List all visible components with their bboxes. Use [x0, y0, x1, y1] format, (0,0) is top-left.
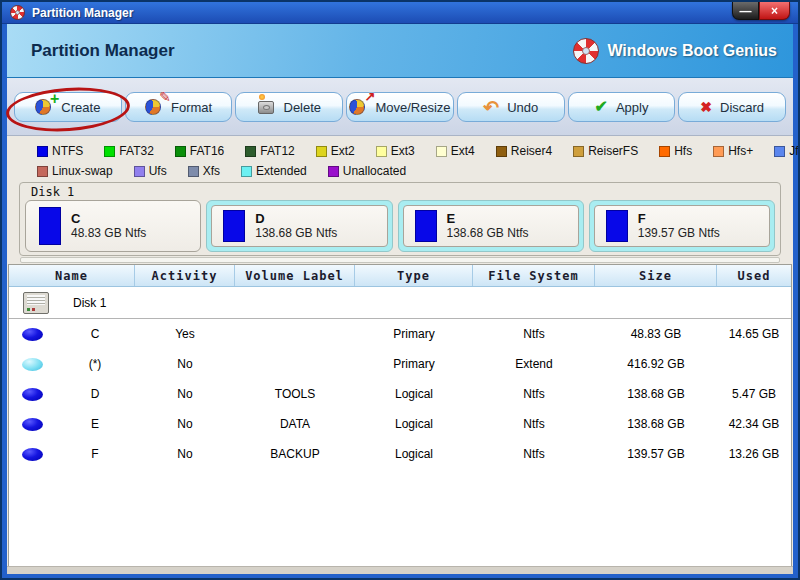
- partition-info: 138.68 GB Ntfs: [255, 227, 337, 241]
- legend-item: FAT32: [104, 144, 153, 158]
- table-row[interactable]: D No TOOLS Logical Ntfs 138.68 GB 5.47 G…: [9, 379, 791, 409]
- fs-color-swatch: [104, 146, 115, 157]
- minimize-button[interactable]: —: [732, 2, 759, 20]
- column-header-file-system[interactable]: File System: [473, 265, 595, 286]
- partition-table: Name Activity Volume Label Type File Sys…: [8, 264, 792, 566]
- partition-name: F: [638, 212, 720, 227]
- header-banner: Partition Manager Windows Boot Genius: [7, 24, 793, 78]
- create-button[interactable]: + Create: [14, 92, 122, 122]
- partition-block-f[interactable]: F 139.57 GB Ntfs: [594, 205, 770, 247]
- undo-arrow-icon: ↶: [483, 98, 499, 117]
- legend-row-2: Linux-swap Ufs Xfs Extended Unallocated: [37, 162, 793, 180]
- partition-disc-icon: [22, 388, 43, 401]
- table-row[interactable]: (*) No Primary Extend 416.92 GB: [9, 349, 791, 379]
- horizontal-scrollbar[interactable]: [7, 256, 793, 264]
- column-header-type[interactable]: Type: [355, 265, 473, 286]
- column-header-activity[interactable]: Activity: [135, 265, 235, 286]
- fs-color-swatch: [241, 166, 252, 177]
- legend-item: Xfs: [188, 164, 220, 178]
- apply-label: Apply: [616, 100, 649, 115]
- delete-label: Delete: [284, 100, 322, 115]
- column-header-volume-label[interactable]: Volume Label: [235, 265, 355, 286]
- legend-row-1: NTFS FAT32 FAT16 FAT12 Ext2 Ext3 Ext4 Re…: [37, 142, 793, 160]
- undo-label: Undo: [507, 100, 538, 115]
- partition-disc-icon: [22, 358, 43, 371]
- legend-item: Linux-swap: [37, 164, 113, 178]
- move-resize-label: Move/Resize: [375, 100, 450, 115]
- brand-lifebuoy-icon: [573, 38, 599, 64]
- fs-color-swatch: [659, 146, 670, 157]
- create-label: Create: [61, 100, 100, 115]
- fs-color-swatch: [175, 146, 186, 157]
- status-bar: [7, 566, 793, 574]
- window-title: Partition Manager: [32, 6, 133, 20]
- close-icon: ×: [771, 4, 778, 18]
- fs-color-swatch: [328, 166, 339, 177]
- extended-frame: D 138.68 GB Ntfs: [206, 200, 392, 252]
- fs-color-swatch: [436, 146, 447, 157]
- fs-color-swatch: [713, 146, 724, 157]
- filesystem-legend: NTFS FAT32 FAT16 FAT12 Ext2 Ext3 Ext4 Re…: [7, 136, 793, 180]
- page-title: Partition Manager: [31, 41, 175, 61]
- discard-button[interactable]: ✖ Discard: [678, 92, 786, 122]
- fs-color-swatch: [376, 146, 387, 157]
- move-resize-disk-icon: ↗: [349, 98, 367, 116]
- legend-item: Hfs+: [713, 144, 753, 158]
- legend-item: Reiser4: [496, 144, 552, 158]
- legend-item: Ext3: [376, 144, 415, 158]
- app-lifebuoy-icon: [10, 5, 25, 20]
- legend-item: NTFS: [37, 144, 83, 158]
- move-resize-button[interactable]: ↗ Move/Resize: [346, 92, 454, 122]
- x-icon: ✖: [700, 100, 712, 114]
- column-header-used[interactable]: Used: [717, 265, 791, 286]
- discard-label: Discard: [720, 100, 764, 115]
- legend-item: Ext4: [436, 144, 475, 158]
- legend-item: Ext2: [316, 144, 355, 158]
- legend-item: Hfs: [659, 144, 692, 158]
- partition-manager-window: Partition Manager — × Partition Manager …: [0, 0, 800, 580]
- legend-item: Ufs: [134, 164, 167, 178]
- legend-item: Unallocated: [328, 164, 406, 178]
- table-row[interactable]: E No DATA Logical Ntfs 138.68 GB 42.34 G…: [9, 409, 791, 439]
- undo-button[interactable]: ↶ Undo: [457, 92, 565, 122]
- fs-color-swatch: [316, 146, 327, 157]
- close-button[interactable]: ×: [759, 2, 790, 20]
- ntfs-fill: [606, 210, 628, 242]
- ntfs-fill: [415, 210, 437, 242]
- format-label: Format: [171, 100, 212, 115]
- legend-item: Jfs: [774, 144, 800, 158]
- fs-color-swatch: [37, 166, 48, 177]
- extended-frame: E 138.68 GB Ntfs: [398, 200, 584, 252]
- partition-block-e[interactable]: E 138.68 GB Ntfs: [403, 205, 579, 247]
- disk1-groupbox: Disk 1 C 48.83 GB Ntfs D: [19, 182, 781, 256]
- partition-block-c[interactable]: C 48.83 GB Ntfs: [25, 200, 201, 252]
- fs-color-swatch: [188, 166, 199, 177]
- extended-frame: F 139.57 GB Ntfs: [589, 200, 775, 252]
- partition-info: 139.57 GB Ntfs: [638, 227, 720, 241]
- disk-row[interactable]: Disk 1: [9, 287, 791, 319]
- partition-name: D: [255, 212, 337, 227]
- partition-disc-icon: [22, 418, 43, 431]
- format-button[interactable]: ✎ Format: [125, 92, 233, 122]
- fs-color-swatch: [573, 146, 584, 157]
- delete-button[interactable]: Delete: [235, 92, 343, 122]
- partition-name: E: [447, 212, 529, 227]
- fs-color-swatch: [37, 146, 48, 157]
- table-row[interactable]: C Yes Primary Ntfs 48.83 GB 14.65 GB: [9, 319, 791, 349]
- partition-info: 48.83 GB Ntfs: [71, 227, 146, 241]
- partition-block-d[interactable]: D 138.68 GB Ntfs: [211, 205, 387, 247]
- brand-name: Windows Boot Genius: [607, 42, 777, 60]
- create-disk-icon: +: [35, 98, 53, 116]
- table-row[interactable]: F No BACKUP Logical Ntfs 139.57 GB 13.26…: [9, 439, 791, 469]
- column-header-name[interactable]: Name: [9, 265, 135, 286]
- titlebar: Partition Manager — ×: [2, 2, 798, 24]
- fs-color-swatch: [774, 146, 785, 157]
- window-controls: — ×: [732, 2, 790, 20]
- legend-item: FAT16: [175, 144, 224, 158]
- apply-button[interactable]: ✔ Apply: [568, 92, 676, 122]
- partition-disc-icon: [22, 328, 43, 341]
- disk1-group-label: Disk 1: [25, 184, 775, 200]
- delete-trash-icon: [258, 98, 276, 116]
- column-header-size[interactable]: Size: [595, 265, 717, 286]
- table-body: Disk 1 C Yes Primary Ntfs 48.83 GB 14.65…: [9, 287, 791, 566]
